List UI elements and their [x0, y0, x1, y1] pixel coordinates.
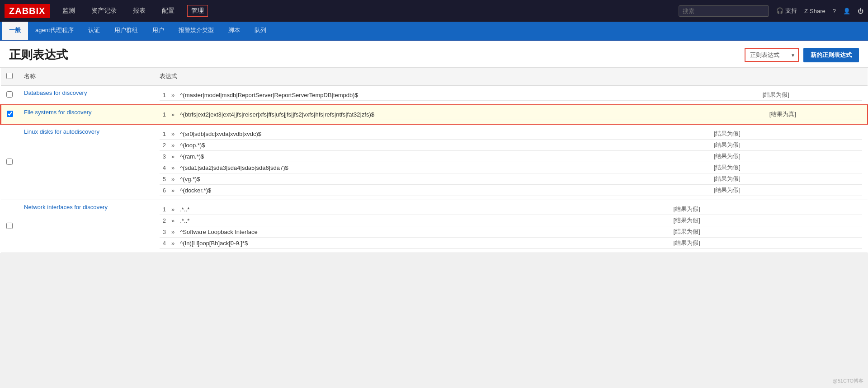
expr-result: [结果为假]: [671, 204, 862, 215]
expr-arrow-icon: »: [169, 89, 177, 101]
row-name-cell: Linux disks for autodiscovery: [19, 124, 154, 200]
expr-row: 2»^(loop.*)$[结果为假]: [160, 140, 862, 151]
help-icon[interactable]: ?: [833, 8, 836, 14]
expr-number: 1: [160, 109, 169, 120]
expr-row: 4»^(sda1|sda2|sda3|sda4|sda5|sda6|sda7)$…: [160, 162, 862, 173]
expr-value: .*..*: [177, 204, 670, 215]
expr-result: [结果为假]: [711, 162, 862, 173]
type-dropdown[interactable]: 正则表达式: [745, 48, 799, 62]
nav-monitoring[interactable]: 监测: [59, 5, 79, 17]
expr-value: ^(sda1|sda2|sda3|sda4|sda5|sda6|sda7)$: [177, 162, 711, 173]
expr-value: ^(docker.*)$: [177, 185, 711, 196]
expr-row: 1».*..*[结果为假]: [160, 204, 862, 215]
row-checkbox[interactable]: [6, 91, 13, 98]
expr-value: ^(vg.*)$: [177, 173, 711, 185]
row-checkbox[interactable]: [6, 159, 13, 165]
subnav-agent[interactable]: agent代理程序: [28, 22, 81, 40]
expr-arrow-icon: »: [169, 128, 177, 140]
page-title: 正则表达式: [9, 47, 68, 63]
nav-config[interactable]: 配置: [158, 5, 178, 17]
subnav-queue[interactable]: 队列: [247, 22, 274, 40]
power-icon[interactable]: ⏻: [858, 8, 863, 14]
expr-value: ^(master|model|msdb|ReportServer|ReportS…: [177, 89, 760, 101]
row-expr-cell: 1»^(btrfs|ext2|ext3|ext4|jfs|reiser|xfs|…: [154, 105, 868, 124]
table-header-row: 名称 表达式: [1, 68, 868, 85]
expr-number: 2: [160, 140, 169, 151]
expr-number: 5: [160, 173, 169, 185]
row-name-link[interactable]: Network interfaces for discovery: [24, 204, 108, 210]
expr-arrow-icon: »: [169, 151, 177, 162]
expr-arrow-icon: »: [169, 162, 177, 173]
expr-result: [结果为假]: [711, 151, 862, 162]
table-row: File systems for discovery1»^(btrfs|ext2…: [1, 105, 868, 124]
row-expr-cell: 1».*..*[结果为假]2».*..*[结果为假]3»^Software Lo…: [154, 200, 868, 253]
table-row: Network interfaces for discovery1».*..*[…: [1, 200, 868, 253]
expr-value: .*..*: [177, 215, 670, 226]
search-input[interactable]: [679, 5, 769, 17]
row-checkbox[interactable]: [7, 111, 13, 117]
row-name-link[interactable]: Linux disks for autodiscovery: [24, 128, 99, 135]
expr-result: [结果为假]: [671, 238, 862, 249]
expr-result: [结果为假]: [711, 140, 862, 151]
row-expr-cell: 1»^(master|model|msdb|ReportServer|Repor…: [154, 85, 868, 105]
row-checkbox-cell: [1, 124, 19, 200]
expr-result: [结果为假]: [760, 89, 862, 101]
top-navigation: ZABBIX 监测 资产记录 报表 配置 管理 🎧支持 ZShare ? 👤 ⏻: [0, 0, 868, 22]
expr-number: 1: [160, 204, 169, 215]
top-nav-right: 🎧支持 ZShare ? 👤 ⏻: [679, 5, 863, 17]
select-all-checkbox[interactable]: [6, 73, 13, 79]
expr-value: ^(loop.*)$: [177, 140, 711, 151]
regex-table: 名称 表达式 Databases for discovery1»^(master…: [0, 68, 868, 253]
row-checkbox[interactable]: [6, 223, 13, 229]
expr-result: [结果为假]: [711, 173, 862, 185]
subnav-auth[interactable]: 认证: [81, 22, 107, 40]
table-row: Databases for discovery1»^(master|model|…: [1, 85, 868, 105]
th-name: 名称: [19, 68, 154, 85]
second-navigation: 一般 agent代理程序 认证 用户群组 用户 报警媒介类型 脚本 队列: [0, 22, 868, 41]
expr-row: 1»^(sr0|sdb|sdc|xvda|xvdb|xvdc)$[结果为假]: [160, 128, 862, 140]
expr-value: ^Software Loopback Interface: [177, 226, 670, 238]
subnav-media[interactable]: 报警媒介类型: [171, 22, 221, 40]
expr-arrow-icon: »: [169, 109, 177, 120]
subnav-users[interactable]: 用户: [145, 22, 171, 40]
expr-row: 6»^(docker.*)$[结果为假]: [160, 185, 862, 196]
subnav-usergroups[interactable]: 用户群组: [107, 22, 145, 40]
support-link[interactable]: 🎧支持: [776, 7, 797, 15]
logo: ZABBIX: [5, 4, 50, 18]
expr-row: 1»^(master|model|msdb|ReportServer|Repor…: [160, 89, 862, 101]
new-regex-button[interactable]: 新的正则表达式: [803, 48, 859, 62]
expr-number: 4: [160, 162, 169, 173]
nav-reports[interactable]: 报表: [129, 5, 149, 17]
row-checkbox-cell: [1, 105, 19, 124]
expr-arrow-icon: »: [169, 226, 177, 238]
expr-arrow-icon: »: [169, 238, 177, 249]
dropdown-wrapper: 正则表达式: [745, 48, 799, 62]
nav-assets[interactable]: 资产记录: [88, 5, 120, 17]
share-link[interactable]: ZShare: [804, 8, 826, 14]
user-icon[interactable]: 👤: [843, 8, 850, 14]
expr-row: 1»^(btrfs|ext2|ext3|ext4|jfs|reiser|xfs|…: [160, 109, 862, 120]
expr-value: ^(In)[Ll]oop[Bb]ack[0-9.]*$: [177, 238, 670, 249]
expr-value: ^(ram.*)$: [177, 151, 711, 162]
expr-row: 5»^(vg.*)$[结果为假]: [160, 173, 862, 185]
expr-row: 3»^Software Loopback Interface[结果为假]: [160, 226, 862, 238]
expr-result: [结果为假]: [711, 185, 862, 196]
expr-arrow-icon: »: [169, 140, 177, 151]
expr-arrow-icon: »: [169, 185, 177, 196]
expr-number: 6: [160, 185, 169, 196]
header-actions: 正则表达式 新的正则表达式: [745, 48, 859, 62]
row-expr-cell: 1»^(sr0|sdb|sdc|xvda|xvdb|xvdc)$[结果为假]2»…: [154, 124, 868, 200]
expr-number: 3: [160, 226, 169, 238]
subnav-general[interactable]: 一般: [2, 22, 28, 40]
row-name-link[interactable]: File systems for discovery: [24, 109, 92, 116]
th-checkbox: [1, 68, 19, 85]
row-name-link[interactable]: Databases for discovery: [24, 89, 87, 96]
expr-value: ^(sr0|sdb|sdc|xvda|xvdb|xvdc)$: [177, 128, 711, 140]
row-checkbox-cell: [1, 200, 19, 253]
expr-number: 2: [160, 215, 169, 226]
nav-admin[interactable]: 管理: [187, 5, 208, 17]
row-name-cell: File systems for discovery: [19, 105, 154, 124]
expr-number: 1: [160, 89, 169, 101]
row-checkbox-cell: [1, 85, 19, 105]
subnav-scripts[interactable]: 脚本: [221, 22, 247, 40]
